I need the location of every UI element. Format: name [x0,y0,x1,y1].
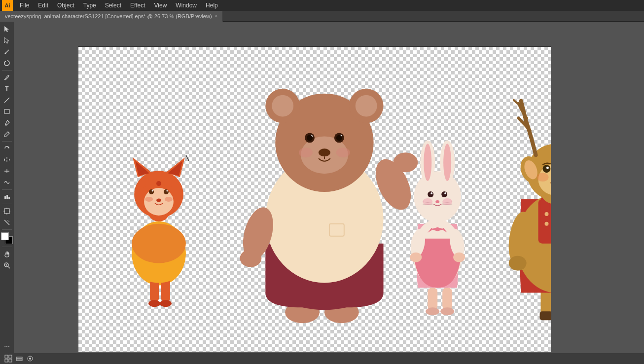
svg-rect-137 [16,357,22,359]
slice-tool[interactable] [1,217,13,228]
svg-point-47 [156,181,161,186]
svg-point-115 [509,256,527,271]
menu-view[interactable]: View [150,1,171,10]
svg-point-46 [156,199,161,202]
illustration-svg [78,47,551,352]
lasso-tool[interactable] [1,58,13,69]
pencil-tool[interactable] [1,129,13,140]
artboard[interactable] [78,46,551,352]
svg-point-43 [164,189,169,194]
rotate-tool[interactable] [1,143,13,154]
svg-rect-5 [4,109,9,113]
fill-stroke-colors[interactable] [1,232,13,244]
svg-line-24 [8,266,10,268]
edit-toolbar-button[interactable]: ··· [1,340,13,351]
direct-selection-tool[interactable] [1,35,13,46]
svg-point-100 [442,198,452,205]
artboards-icon[interactable] [4,354,13,363]
svg-point-42 [149,189,154,194]
svg-point-124 [543,165,551,173]
svg-point-6 [5,124,7,126]
svg-rect-13 [4,196,6,199]
svg-point-89 [443,144,451,181]
svg-point-109 [544,212,548,216]
tab-bar: vecteezyspring_animal-characterSS1221 [C… [0,11,644,22]
separator-1 [2,70,12,71]
svg-line-21 [4,220,9,225]
fill-color[interactable] [1,232,9,240]
magic-wand-tool[interactable] [1,46,13,57]
menu-file[interactable]: File [16,1,33,10]
menu-object[interactable]: Object [53,1,78,10]
menu-bar: Ai File Edit Object Type Select Effect V… [0,0,644,11]
reflect-tool[interactable] [1,154,13,165]
svg-point-87 [424,144,431,181]
separator-4 [2,204,12,204]
svg-marker-1 [4,37,9,43]
svg-marker-10 [9,158,10,161]
svg-rect-76 [442,288,452,310]
selection-tool[interactable] [1,24,13,35]
svg-point-77 [426,307,439,315]
bear-character [238,89,418,323]
svg-point-70 [336,135,342,141]
menu-select[interactable]: Select [101,1,125,10]
rectangle-tool[interactable] [1,106,13,117]
menu-window[interactable]: Window [172,1,201,10]
svg-point-69 [307,135,313,141]
svg-line-4 [4,98,9,103]
deer-character [505,100,551,321]
svg-point-82 [410,253,422,262]
zoom-tool[interactable] [1,260,13,271]
menu-help[interactable]: Help [202,1,222,10]
svg-point-99 [423,198,432,205]
svg-rect-16 [4,209,9,214]
svg-point-126 [546,167,549,169]
svg-point-92 [430,192,432,194]
svg-rect-103 [540,311,551,320]
menu-type[interactable]: Type [79,1,100,10]
svg-point-56 [240,250,261,267]
separator-5 [2,229,12,230]
separator-6 [2,247,12,247]
menu-items: File Edit Object Type Select Effect View… [16,1,222,10]
line-segment-tool[interactable] [1,95,13,106]
menu-edit[interactable]: Edit [34,1,52,10]
canvas-area[interactable] [14,22,644,353]
svg-point-44 [152,190,153,192]
svg-rect-138 [16,359,22,361]
properties-icon[interactable] [26,354,35,363]
bottom-bar [0,353,644,364]
artboard-tool[interactable] [1,206,13,217]
document-tab[interactable]: vecteezyspring_animal-characterSS1221 [C… [0,11,223,22]
svg-point-33 [160,300,172,307]
left-toolbar: T [0,22,14,353]
layers-icon[interactable] [15,354,24,363]
svg-point-61 [272,95,293,117]
svg-point-129 [537,173,549,182]
svg-point-48 [145,197,153,202]
svg-point-3 [5,53,6,54]
graph-tool[interactable] [1,191,13,202]
menu-effect[interactable]: Effect [126,1,149,10]
svg-point-94 [435,200,439,203]
ai-logo: Ai [2,0,13,11]
svg-point-93 [444,192,446,194]
svg-point-54 [393,152,418,172]
fox-character [132,157,186,307]
svg-rect-75 [428,288,437,310]
pen-tool[interactable] [1,72,13,83]
hand-tool[interactable] [1,249,13,259]
paintbrush-tool[interactable] [1,117,13,128]
separator-3 [2,189,12,190]
svg-point-49 [165,197,173,202]
svg-marker-9 [4,158,5,161]
svg-point-32 [148,300,160,307]
svg-rect-133 [5,355,8,358]
type-tool[interactable]: T [1,83,13,94]
tab-close-button[interactable]: × [215,13,218,19]
warp-tool[interactable] [1,177,13,188]
width-tool[interactable] [1,166,13,177]
svg-rect-136 [9,359,12,362]
separator-2 [2,141,12,142]
